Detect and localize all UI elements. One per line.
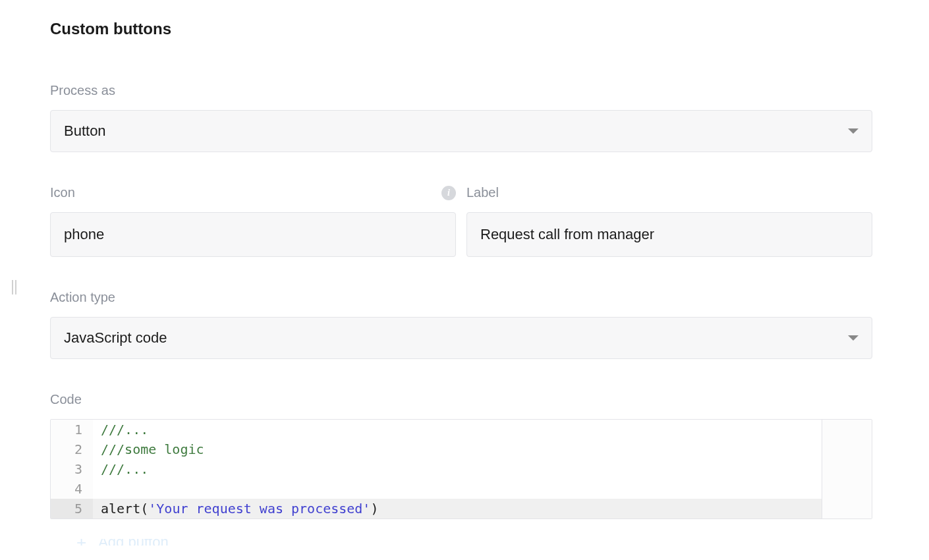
code-line: ///...: [93, 420, 148, 439]
info-icon[interactable]: i: [441, 186, 456, 200]
line-number: 3: [51, 459, 93, 479]
line-number: 1: [51, 420, 93, 439]
code-line: ///some logic: [93, 439, 204, 459]
add-button-link[interactable]: + Add button: [50, 539, 872, 546]
process-as-label: Process as: [50, 83, 872, 98]
scrollbar-track[interactable]: [822, 420, 872, 518]
code-line: [93, 479, 101, 499]
chevron-down-icon: [848, 335, 859, 341]
label-input[interactable]: [466, 212, 872, 257]
action-type-value: JavaScript code: [64, 329, 848, 347]
plus-icon: +: [76, 539, 86, 546]
drag-handle-icon[interactable]: [12, 280, 18, 294]
action-type-select[interactable]: JavaScript code: [50, 317, 872, 359]
code-field-label: Code: [50, 392, 872, 407]
add-button-label: Add button: [98, 539, 168, 546]
icon-field-label: Icon: [50, 185, 75, 200]
line-number: 5: [51, 499, 93, 518]
process-as-select[interactable]: Button: [50, 110, 872, 152]
section-title: Custom buttons: [50, 20, 872, 38]
line-number: 4: [51, 479, 93, 499]
chevron-down-icon: [848, 128, 859, 134]
code-line: alert('Your request was processed'): [93, 499, 378, 518]
code-editor[interactable]: 1 ///... 2 ///some logic 3 ///... 4 5 al…: [50, 419, 872, 519]
icon-input[interactable]: [50, 212, 456, 257]
label-field-label: Label: [466, 185, 499, 200]
line-number: 2: [51, 439, 93, 459]
process-as-value: Button: [64, 123, 848, 140]
code-line: ///...: [93, 459, 148, 479]
action-type-label: Action type: [50, 290, 872, 305]
